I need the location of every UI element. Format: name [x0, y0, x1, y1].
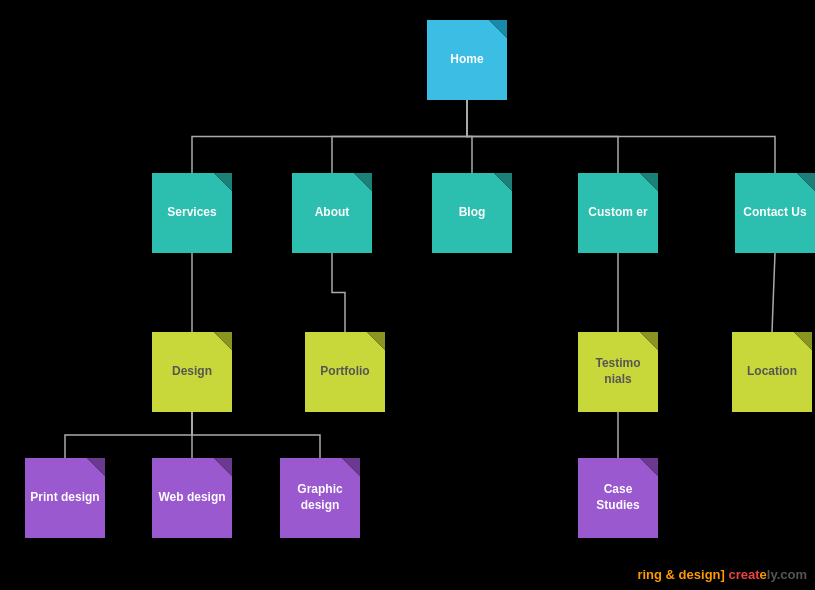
node-blog[interactable]: Blog — [432, 173, 512, 253]
node-casestudies[interactable]: Case Studies — [578, 458, 658, 538]
node-label-customer: Custom er — [582, 205, 654, 221]
node-portfolio[interactable]: Portfolio — [305, 332, 385, 412]
node-customer[interactable]: Custom er — [578, 173, 658, 253]
node-graphicdesign[interactable]: Graphic design — [280, 458, 360, 538]
node-label-about: About — [296, 205, 368, 221]
node-label-home: Home — [431, 52, 503, 68]
node-label-contactus: Contact Us — [739, 205, 811, 221]
node-label-blog: Blog — [436, 205, 508, 221]
node-printdesign[interactable]: Print design — [25, 458, 105, 538]
diagram: HomeServicesAboutBlogCustom erContact Us… — [0, 0, 815, 590]
node-services[interactable]: Services — [152, 173, 232, 253]
node-webdesign[interactable]: Web design — [152, 458, 232, 538]
connector-lines — [0, 0, 815, 590]
watermark: ring & design] creately.com — [637, 567, 807, 582]
node-about[interactable]: About — [292, 173, 372, 253]
node-location[interactable]: Location — [732, 332, 812, 412]
node-label-location: Location — [736, 364, 808, 380]
watermark-text: ring & design] creately.com — [637, 567, 807, 582]
node-home[interactable]: Home — [427, 20, 507, 100]
node-label-services: Services — [156, 205, 228, 221]
node-label-casestudies: Case Studies — [582, 482, 654, 513]
node-label-design: Design — [156, 364, 228, 380]
node-label-portfolio: Portfolio — [309, 364, 381, 380]
node-label-testimonials: Testimo nials — [582, 356, 654, 387]
node-testimonials[interactable]: Testimo nials — [578, 332, 658, 412]
node-design[interactable]: Design — [152, 332, 232, 412]
node-label-printdesign: Print design — [29, 490, 101, 506]
node-label-graphicdesign: Graphic design — [284, 482, 356, 513]
node-label-webdesign: Web design — [156, 490, 228, 506]
node-contactus[interactable]: Contact Us — [735, 173, 815, 253]
